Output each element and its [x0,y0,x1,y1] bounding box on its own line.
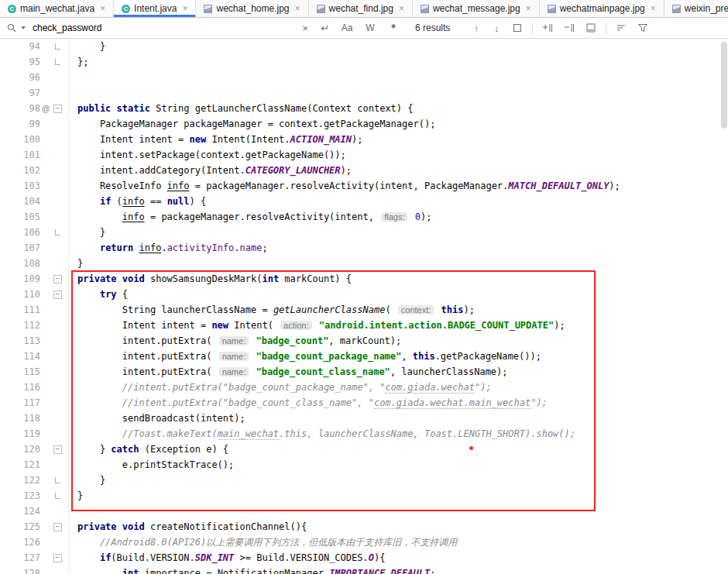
remove-selection-button[interactable] [562,22,576,34]
image-file-icon [317,5,325,13]
next-occurrence-button[interactable]: ↓ [490,22,503,34]
line-number: 97 [0,88,40,98]
code-line[interactable]: 94 } [0,39,728,54]
fold-marker[interactable] [51,59,64,65]
code-line[interactable]: 106 } [0,225,728,240]
code-line[interactable]: 95}; [0,54,728,70]
scrollbar-thumb[interactable] [721,42,727,129]
code-line[interactable]: 105 info = packageManager.resolveActivit… [0,209,728,225]
code-line[interactable]: 97 [0,85,728,101]
code-line[interactable]: 104 if (info == null) { [0,194,728,209]
fold-marker[interactable] [51,105,64,113]
code-line[interactable]: 96 [0,70,728,85]
code-line[interactable]: 100 Intent intent = new Intent(Intent.AC… [0,132,728,147]
divider [606,22,606,33]
code-line[interactable]: 117 //intent.putExtra("badge_count_class… [0,395,728,411]
code-line[interactable]: 101 intent.setPackage(context.getPackage… [0,147,728,163]
code-line[interactable]: 116 //intent.putExtra("badge_count_packa… [0,380,728,395]
search-history-caret-icon[interactable] [21,26,26,29]
tab-wechat-message-jpg[interactable]: wechat_message.jpg× [413,0,540,17]
fold-marker[interactable] [51,493,64,499]
find-all-button[interactable] [510,22,524,34]
line-number: 98 [0,103,40,114]
code-line[interactable]: 120 } catch (Exception e) { [0,442,728,457]
newline-icon[interactable]: ↵ [319,22,331,34]
add-selection-button[interactable] [541,22,555,34]
line-number: 94 [0,41,40,52]
fold-marker[interactable] [51,275,64,284]
code-area[interactable]: 94 }95};969798@public static String getL… [0,39,728,574]
code-line[interactable]: 107 return info.activityInfo.name; [0,240,728,256]
search-icon[interactable] [6,22,17,33]
search-field[interactable]: check_password [6,22,291,33]
code-text: int importance = NotificationManager.IMP… [77,568,435,574]
code-line[interactable]: 113 intent.putExtra( name: "badge_count"… [0,333,728,349]
code-line[interactable]: 118 sendBroadcast(intent); [0,411,728,426]
code-line[interactable]: 103 ResolveInfo info = packageManager.re… [0,178,728,194]
tab-wechatmainpage-jpg[interactable]: wechatmainpage.jpg× [540,0,664,17]
fold-marker[interactable] [51,477,64,483]
match-case-toggle[interactable]: Aa [339,22,355,33]
tab-label: wechatmainpage.jpg [560,3,645,14]
code-line[interactable]: 121 e.printStackTrace(); [0,457,728,473]
code-line[interactable]: 99 PackageManager packageManager = conte… [0,116,728,132]
line-number: 100 [0,134,40,145]
code-line[interactable]: 98@public static String getLauncherClass… [0,101,728,116]
code-line[interactable]: 125private void createNotificationChanne… [0,519,728,534]
code-line[interactable]: 111 String launcherClassName = getLaunch… [0,302,728,318]
line-number: 108 [0,258,40,269]
code-text: } [77,475,105,486]
code-text: } [77,227,105,238]
clear-search-icon[interactable]: × [299,22,311,34]
code-line[interactable]: 127 if(Build.VERSION.SDK_INT >= Build.VE… [0,550,728,565]
prev-occurrence-button[interactable]: ↑ [470,22,482,34]
code-line[interactable]: 114 intent.putExtra( name: "badge_count_… [0,349,728,364]
code-line[interactable]: 128 int importance = NotificationManager… [0,565,728,574]
fold-marker[interactable] [51,290,64,299]
tab-main-wechat-java[interactable]: Cmain_wechat.java× [0,0,114,17]
tab-close-icon[interactable]: × [651,4,656,13]
fold-marker[interactable] [51,445,64,454]
divider [532,22,533,33]
code-line[interactable]: 112 Intent intent = new Intent( action: … [0,318,728,333]
code-line[interactable]: 122 } [0,473,728,488]
code-line[interactable]: 126 //Android8.0(API26)以上需要调用下列方法，但低版本由于… [0,534,728,550]
fold-marker[interactable] [51,229,64,235]
fold-marker[interactable] [51,43,64,50]
search-filter-funnel-icon[interactable] [636,22,650,34]
words-toggle[interactable]: W [362,22,378,33]
code-line[interactable]: 102 intent.addCategory(Intent.CATEGORY_L… [0,163,728,178]
tab-close-icon[interactable]: × [399,4,404,13]
tab-close-icon[interactable]: × [182,4,187,13]
fold-marker[interactable] [51,554,64,562]
code-text: Intent intent = new Intent(Intent.ACTION… [77,134,363,145]
gutter-separator [68,39,69,574]
open-in-find-window-button[interactable] [584,22,598,34]
editor-scrollbar[interactable] [720,39,728,574]
code-line[interactable]: 109private void showSamsungDeskMark(int … [0,271,728,287]
regex-toggle[interactable]: * [386,22,401,34]
code-line[interactable]: 123} [0,488,728,504]
search-input[interactable]: check_password [33,22,101,33]
code-line[interactable]: 124 [0,504,728,519]
filter-results-button[interactable] [614,22,628,34]
fold-marker[interactable] [51,523,64,531]
tab-label: main_wechat.java [20,3,94,14]
code-text: } [77,490,83,501]
code-line[interactable]: 119 //Toast.makeText(main_wechat.this, l… [0,426,728,442]
code-line[interactable]: 110 try { [0,287,728,302]
tab-close-icon[interactable]: × [100,4,105,13]
code-text: intent.putExtra( name: "badge_count", ma… [77,335,401,346]
tab-weixin-presse[interactable]: weixin_presse× [664,0,728,17]
tab-intent-java[interactable]: CIntent.java× [114,0,196,17]
code-text: intent.putExtra( name: "badge_count_clas… [77,366,508,377]
tab-close-icon[interactable]: × [526,4,531,13]
line-number: 113 [0,335,40,346]
tab-wechat-find-jpg[interactable]: wechat_find.jpg× [309,0,413,17]
code-line[interactable]: 108} [0,256,728,271]
code-line[interactable]: 115 intent.putExtra( name: "badge_count_… [0,364,728,380]
tab-wechat-home-jpg[interactable]: wechat_home.jpg× [196,0,308,17]
line-number: 124 [0,506,40,517]
tab-close-icon[interactable]: × [295,4,300,13]
editor-tab-bar: Cmain_wechat.java×CIntent.java×wechat_ho… [0,0,728,18]
